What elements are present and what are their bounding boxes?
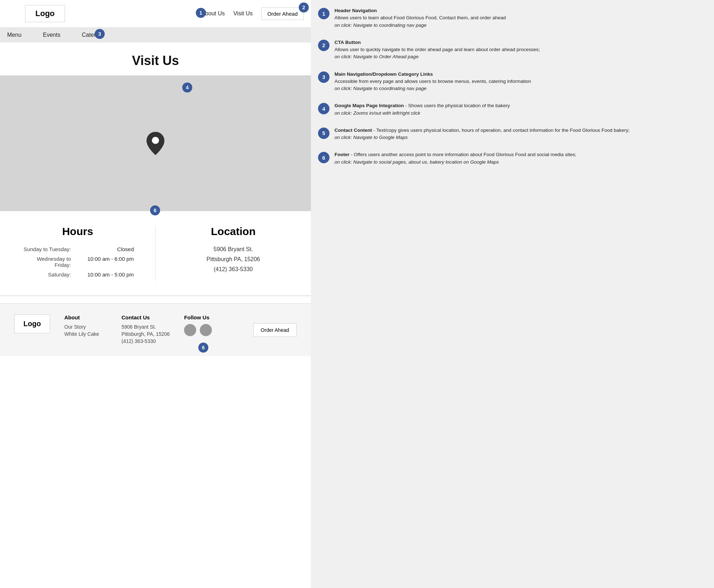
location-address2: Pittsburgh PA, 15206	[177, 256, 290, 263]
badge-4: 4	[182, 83, 192, 93]
ann-action-3: on click: Navigate to coordinating nav p…	[334, 86, 426, 91]
header-nav: About Us Visit Us Order Ahead 2	[201, 8, 304, 20]
footer-contact-title: Contact Us	[122, 314, 170, 320]
header: 1 Logo About Us Visit Us Order Ahead 2	[0, 0, 311, 28]
ann-content-6: Footer - Offers users another access poi…	[334, 151, 576, 166]
ann-content-4: Google Maps Page Integration - Shows use…	[334, 102, 510, 117]
ann-title-2: CTA Button	[334, 40, 361, 45]
badge-2: 2	[299, 3, 309, 13]
footer-contact-address2: Pittsburgh, PA, 15206	[122, 331, 170, 337]
ann-body-1: Allows users to learn about Food Gloriou…	[334, 15, 506, 20]
nav-visit-us[interactable]: Visit Us	[233, 10, 253, 17]
ann-badge-3: 3	[318, 71, 329, 83]
ann-badge-5: 5	[318, 128, 329, 139]
location-address1: 5906 Bryant St.	[177, 246, 290, 253]
svg-point-0	[152, 137, 159, 144]
footer-contact-phone: (412) 363-5330	[122, 338, 170, 344]
location-title: Location	[177, 225, 290, 238]
social-icon-2[interactable]	[200, 324, 212, 336]
badge-3: 3	[95, 29, 105, 39]
footer-about-title: About	[64, 314, 107, 320]
hours-row-2: Wednesday to Friday: 10:00 am - 6:00 pm	[21, 256, 134, 268]
ann-body-2: Allows user to quickly navigate to the o…	[334, 47, 540, 52]
location-phone: (412) 363-5330	[177, 266, 290, 273]
annotation-4: 4 Google Maps Page Integration - Shows u…	[318, 102, 707, 117]
footer-logo: Logo	[14, 314, 50, 333]
hours-title: Hours	[21, 225, 134, 238]
header-logo: Logo	[25, 5, 65, 22]
contact-section: 6 Hours Sunday to Tuesday: Closed Wednes…	[0, 211, 311, 295]
ann-content-1: Header Navigation Allows users to learn …	[334, 7, 506, 29]
annotation-6: 6 Footer - Offers users another access p…	[318, 151, 707, 166]
footer-order-button[interactable]: Order Ahead	[253, 323, 297, 337]
ann-title-6: Footer	[334, 152, 349, 157]
ann-content-5: Contact Content - Text/copy gives users …	[334, 127, 630, 141]
ann-badge-4: 4	[318, 103, 329, 114]
ann-body-3: Accessible from every page and allows us…	[334, 79, 531, 84]
nav-events[interactable]: Events	[43, 32, 60, 38]
hours-day-3: Saturday:	[48, 271, 71, 278]
footer-follow-col: Follow Us	[184, 314, 220, 336]
hours-day-1: Sunday to Tuesday:	[24, 246, 71, 252]
footer: Logo About Our Story White Lily Cake Con…	[0, 303, 311, 356]
ann-title-suffix-6: - Offers users another access point to m…	[349, 152, 576, 157]
hours-column: Hours Sunday to Tuesday: Closed Wednesda…	[21, 225, 134, 281]
ann-action-4: on click: Zooms in/out with left/right c…	[334, 110, 420, 116]
ann-title-5: Contact Content	[334, 128, 372, 133]
main-panel: 1 Logo About Us Visit Us Order Ahead 2 3…	[0, 0, 311, 588]
ann-action-5: on click: Navigate to Google Maps	[334, 135, 408, 140]
ann-title-3: Main Navigation/Dropdown Category Links	[334, 71, 433, 77]
hours-row-3: Saturday: 10:00 am - 5:00 pm	[21, 271, 134, 278]
ann-action-2: on click: Navigate to Order Ahead page	[334, 54, 418, 59]
footer-contact-col: Contact Us 5906 Bryant St. Pittsburgh, P…	[122, 314, 170, 345]
hours-time-1: Closed	[77, 246, 134, 252]
ann-badge-6: 6	[318, 152, 329, 163]
ann-badge-2: 2	[318, 40, 329, 51]
annotation-5: 5 Contact Content - Text/copy gives user…	[318, 127, 707, 141]
footer-about-col: About Our Story White Lily Cake	[64, 314, 107, 338]
ann-title-4: Google Maps Page Integration	[334, 103, 404, 108]
section-separator	[0, 295, 311, 296]
page-title: Visit Us	[0, 43, 311, 75]
ann-action-6: on click: Navigate to social pages, abou…	[334, 159, 499, 165]
map-pin-icon	[147, 132, 164, 155]
footer-follow-title: Follow Us	[184, 314, 220, 320]
footer-white-lily[interactable]: White Lily Cake	[64, 331, 107, 337]
ann-action-1: on click: Navigate to coordinating nav p…	[334, 23, 426, 28]
social-icons	[184, 324, 220, 336]
map-area[interactable]: 4	[0, 75, 311, 211]
annotation-panel: 1 Header Navigation Allows users to lear…	[311, 0, 714, 588]
footer-contact-address1: 5906 Bryant St.	[122, 324, 170, 330]
hours-day-2: Wednesday to Friday:	[21, 256, 71, 268]
badge-6: 6	[198, 343, 208, 353]
ann-badge-1: 1	[318, 8, 329, 19]
ann-content-2: CTA Button Allows user to quickly naviga…	[334, 39, 540, 61]
vertical-divider	[155, 225, 156, 281]
hours-time-2: 10:00 am - 6:00 pm	[77, 256, 134, 268]
nav-menu[interactable]: Menu	[7, 32, 21, 38]
hours-time-3: 10:00 am - 5:00 pm	[77, 271, 134, 278]
location-column: Location 5906 Bryant St. Pittsburgh PA, …	[177, 225, 290, 281]
annotation-1: 1 Header Navigation Allows users to lear…	[318, 7, 707, 29]
hours-row-1: Sunday to Tuesday: Closed	[21, 246, 134, 252]
ann-title-suffix-5: - Text/copy gives users physical locatio…	[372, 128, 630, 133]
ann-content-3: Main Navigation/Dropdown Category Links …	[334, 71, 531, 93]
secondary-nav: 3 Menu Events Catering	[0, 28, 311, 43]
ann-title-1: Header Navigation	[334, 8, 377, 13]
annotation-3: 3 Main Navigation/Dropdown Category Link…	[318, 71, 707, 93]
badge-5: 6	[150, 205, 160, 215]
social-icon-1[interactable]	[184, 324, 196, 336]
annotation-2: 2 CTA Button Allows user to quickly navi…	[318, 39, 707, 61]
footer-our-story[interactable]: Our Story	[64, 324, 107, 330]
badge-1: 1	[196, 8, 206, 18]
ann-title-suffix-4: - Shows users the physical location of t…	[404, 103, 510, 108]
order-ahead-button[interactable]: Order Ahead	[261, 8, 304, 20]
